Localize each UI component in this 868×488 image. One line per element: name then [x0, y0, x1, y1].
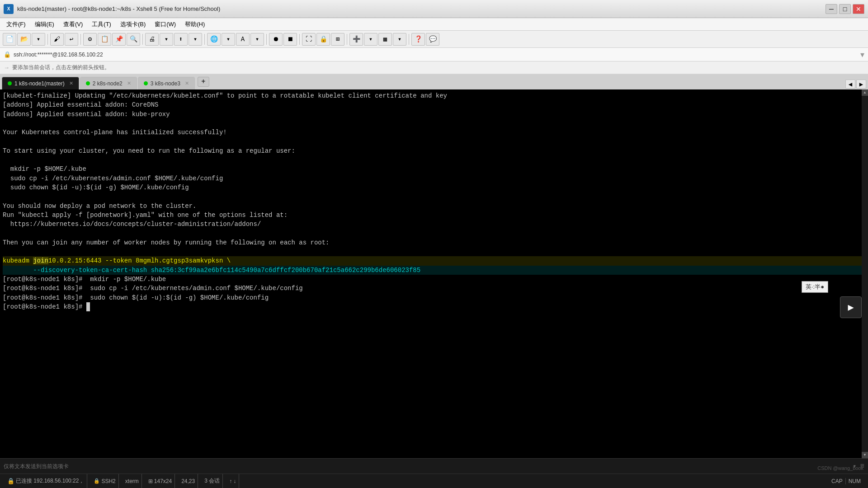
inputbar: ▾ ≡ — [0, 458, 868, 474]
video-overlay-button[interactable]: ▶ — [840, 296, 862, 318]
statusbar: 🔒 已连接 192.168.56.100:22， 🔒 SSH2 xterm ⊞ … — [0, 474, 868, 488]
globe-dropdown[interactable]: ▾ — [222, 33, 235, 46]
tab-k8s-node2[interactable]: 2 k8s-node2 ✕ — [80, 77, 137, 89]
add-session-arrow-icon[interactable]: → — [4, 64, 9, 71]
open-button[interactable]: 📂 — [17, 33, 31, 46]
tab-next-button[interactable]: ▶ — [856, 80, 866, 89]
connection-text: 已连接 192.168.56.100:22， — [16, 477, 84, 485]
maximize-button[interactable]: □ — [839, 4, 851, 14]
menu-edit[interactable]: 编辑(E) — [30, 19, 59, 29]
send-input[interactable] — [4, 463, 853, 469]
font-dropdown[interactable]: ▾ — [250, 33, 264, 46]
chat-button[interactable]: 💬 — [426, 33, 439, 46]
term-line-12: Then you can join any number of worker n… — [3, 238, 865, 247]
tab-k8s-node3[interactable]: 3 k8s-node3 ✕ — [138, 77, 195, 89]
print-button[interactable]: 🖨 — [145, 33, 159, 46]
status-arrows[interactable]: ↑ ↓ — [226, 474, 239, 488]
num-label: NUM — [849, 478, 861, 484]
copy-button[interactable]: 📋 — [98, 33, 111, 46]
up-arrow-icon: ↑ — [229, 478, 232, 484]
stop-button[interactable]: ⏹ — [283, 33, 297, 46]
grid-button[interactable]: ⊞ — [331, 33, 344, 46]
status-right: CAP NUM — [829, 478, 863, 484]
tab-close-1[interactable]: ✕ — [69, 80, 73, 86]
status-num: NUM — [846, 478, 863, 484]
menu-view[interactable]: 查看(V) — [59, 19, 87, 29]
tabbar: 1 k8s-node1(master) ✕ 2 k8s-node2 ✕ 3 k8… — [0, 74, 868, 89]
menu-tools[interactable]: 工具(T) — [87, 19, 116, 29]
new-session-button[interactable]: 📄 — [3, 33, 16, 46]
tab-label-1: 1 k8s-node1(master) — [14, 80, 65, 87]
status-cursor-pos: 24,23 — [179, 474, 198, 488]
watermark: CSDN @wang_book — [817, 465, 863, 471]
tab-k8s-node1[interactable]: 1 k8s-node1(master) ✕ — [2, 77, 79, 89]
upload-button[interactable]: ⬆ — [174, 33, 188, 46]
tab-close-2[interactable]: ✕ — [127, 80, 131, 86]
scrollbar[interactable]: ▲ ▼ — [862, 89, 868, 458]
dropdown-button[interactable]: ▾ — [32, 33, 45, 46]
globe-button[interactable]: 🌐 — [207, 33, 221, 46]
term-line-blank-1 — [3, 119, 865, 128]
font-button[interactable]: A — [236, 33, 250, 46]
term-line-15: [root@k8s-node1 k8s]# sudo chown $(id -u… — [3, 293, 865, 302]
undo-button[interactable]: ↩ — [65, 33, 78, 46]
term-line-8: sudo chown $(id -u):$(id -g) $HOME/.kube… — [3, 183, 865, 192]
titlebar: X k8s-node1(master) - root@k8s-node1:~/k… — [0, 0, 868, 18]
record-button[interactable]: ⏺ — [269, 33, 283, 46]
search-button[interactable]: 🔍 — [127, 33, 140, 46]
tab-label-2: 2 k8s-node2 — [93, 80, 123, 87]
menu-tabs[interactable]: 选项卡(B) — [116, 19, 150, 29]
compose-dropdown[interactable]: ▾ — [364, 33, 377, 46]
menu-help[interactable]: 帮助(H) — [180, 19, 209, 29]
split-button[interactable]: ▦ — [378, 33, 392, 46]
close-button[interactable]: ✕ — [853, 4, 864, 14]
toolbar-separator-8 — [409, 34, 409, 45]
ssh-icon: 🔒 — [94, 478, 100, 484]
upload-dropdown[interactable]: ▾ — [189, 33, 202, 46]
term-line-2: [addons] Applied essential addon: CoreDN… — [3, 100, 865, 109]
status-sessions: 3 会话 — [202, 474, 223, 488]
status-cap: CAP — [829, 478, 846, 484]
term-line-10: Run "kubectl apply -f [podnetwork].yaml"… — [3, 211, 865, 220]
menu-file[interactable]: 文件(F) — [2, 19, 30, 29]
minimize-button[interactable]: ─ — [826, 4, 837, 14]
toolbar-separator-7 — [347, 34, 347, 45]
compose-button[interactable]: ➕ — [349, 33, 363, 46]
address-dropdown[interactable]: ▾ — [860, 50, 864, 60]
print-dropdown[interactable]: ▾ — [160, 33, 173, 46]
scroll-down-button[interactable]: ▼ — [862, 452, 868, 458]
lock-button[interactable]: 🔒 — [316, 33, 330, 46]
tab-dot-2 — [86, 81, 90, 85]
tab-close-3[interactable]: ✕ — [185, 80, 189, 86]
dimensions-text: 147x24 — [154, 478, 172, 484]
fullscreen-button[interactable]: ⛶ — [302, 33, 316, 46]
scroll-up-button[interactable]: ▲ — [862, 89, 868, 96]
term-line-blank-6 — [3, 247, 865, 256]
term-line-13: [root@k8s-node1 k8s]# mkdir -p $HOME/.ku… — [3, 275, 865, 284]
split-dropdown[interactable]: ▾ — [393, 33, 406, 46]
cert-hash-line: --discovery-token-ca-cert-hash sha256:3c… — [3, 266, 865, 275]
tab-prev-button[interactable]: ◀ — [845, 80, 855, 89]
settings-button[interactable]: ⚙ — [83, 33, 97, 46]
term-line-7: sudo cp -i /etc/kubernetes/admin.conf $H… — [3, 174, 865, 183]
brush-button[interactable]: 🖌 — [50, 33, 64, 46]
ime-popup[interactable]: 英·:半● — [802, 281, 828, 293]
toolbar-separator-4 — [204, 34, 205, 45]
terminal-area[interactable]: [kubelet-finalize] Updating "/etc/kubern… — [0, 89, 868, 458]
address-text: ssh://root:*******@192.168.56.100:22 — [14, 52, 103, 58]
status-ssh: 🔒 SSH2 — [91, 474, 118, 488]
down-arrow-icon: ↓ — [233, 478, 236, 484]
term-line-5: To start using your cluster, you need to… — [3, 146, 865, 155]
toolbar-separator-1 — [47, 34, 48, 45]
term-line-prompt: [root@k8s-node1 k8s]# — [3, 302, 865, 311]
tab-label-3: 3 k8s-node3 — [151, 80, 180, 87]
term-type-text: xterm — [125, 478, 139, 484]
menu-window[interactable]: 窗口(W) — [150, 19, 180, 29]
tab-dot-3 — [144, 81, 148, 85]
new-tab-button[interactable]: + — [198, 77, 209, 87]
connection-icon: 🔒 — [7, 478, 14, 484]
status-dimensions: ⊞ 147x24 — [146, 474, 175, 488]
term-line-3: [addons] Applied essential addon: kube-p… — [3, 110, 865, 119]
paste-button[interactable]: 📌 — [112, 33, 126, 46]
help-button[interactable]: ❓ — [411, 33, 425, 46]
